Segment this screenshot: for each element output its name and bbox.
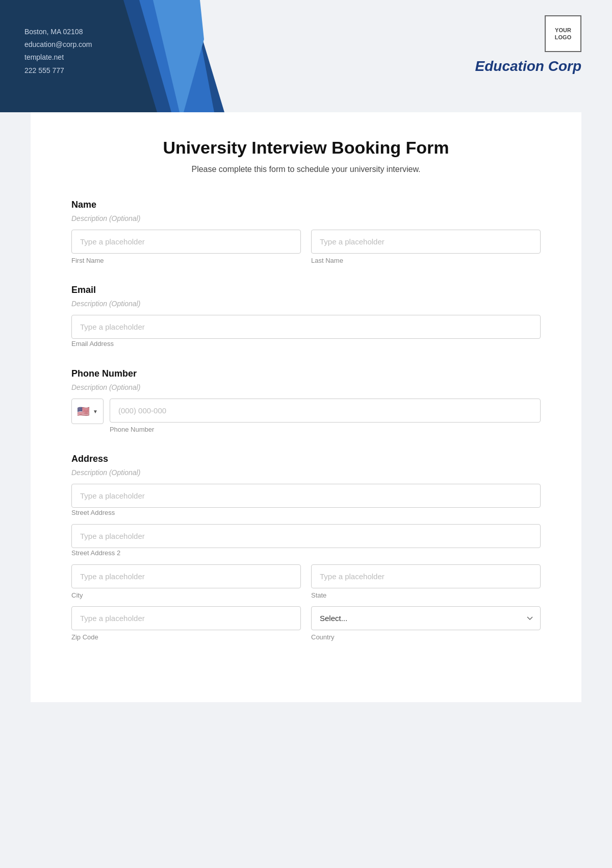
company-name: Education Corp — [475, 58, 581, 75]
address-field-group: Address Description (Optional) Street Ad… — [71, 454, 541, 641]
address-label: Address — [71, 454, 541, 464]
city-col: City — [71, 564, 301, 599]
city-input[interactable] — [71, 564, 301, 588]
street1-input[interactable] — [71, 484, 541, 508]
email-input[interactable] — [71, 315, 541, 339]
street2-input[interactable] — [71, 524, 541, 548]
last-name-input[interactable] — [311, 230, 541, 254]
street2-wrap: Street Address 2 — [71, 524, 541, 557]
country-col: Select... United States Canada United Ki… — [311, 606, 541, 641]
last-name-col: Last Name — [311, 230, 541, 264]
zip-sublabel: Zip Code — [71, 633, 301, 641]
email-label: Email — [71, 285, 541, 295]
zip-col: Zip Code — [71, 606, 301, 641]
logo-box: YOUR LOGO — [545, 15, 581, 52]
name-row: First Name Last Name — [71, 230, 541, 264]
email-description: Description (Optional) — [71, 300, 541, 308]
street1-wrap: Street Address — [71, 484, 541, 517]
state-input[interactable] — [311, 564, 541, 588]
country-code-select[interactable]: 🇺🇸 ▼ — [71, 399, 104, 424]
first-name-sublabel: First Name — [71, 257, 301, 264]
email-field-group: Email Description (Optional) Email Addre… — [71, 285, 541, 348]
country-select[interactable]: Select... United States Canada United Ki… — [311, 606, 541, 630]
contact-email: education@corp.com — [24, 38, 92, 51]
first-name-input[interactable] — [71, 230, 301, 254]
phone-input[interactable] — [110, 399, 541, 423]
state-col: State — [311, 564, 541, 599]
chevron-down-icon: ▼ — [93, 409, 98, 414]
form-subtitle: Please complete this form to schedule yo… — [71, 165, 541, 174]
phone-input-wrap: Phone Number — [110, 399, 541, 433]
phone-label: Phone Number — [71, 368, 541, 379]
last-name-sublabel: Last Name — [311, 257, 541, 264]
phone-description: Description (Optional) — [71, 383, 541, 391]
header-contact: Boston, MA 02108 education@corp.com temp… — [24, 26, 92, 77]
street1-sublabel: Street Address — [71, 509, 115, 516]
name-description: Description (Optional) — [71, 214, 541, 222]
state-sublabel: State — [311, 591, 541, 599]
country-sublabel: Country — [311, 633, 541, 641]
phone-row: 🇺🇸 ▼ Phone Number — [71, 399, 541, 433]
contact-website: template.net — [24, 51, 92, 64]
flag-icon: 🇺🇸 — [77, 405, 90, 417]
header-right: YOUR LOGO Education Corp — [475, 15, 581, 75]
phone-sublabel: Phone Number — [110, 426, 541, 433]
form-title: University Interview Booking Form — [71, 138, 541, 158]
city-state-row: City State — [71, 564, 541, 599]
form-container: University Interview Booking Form Please… — [31, 112, 581, 702]
name-field-group: Name Description (Optional) First Name L… — [71, 200, 541, 264]
logo-line1: YOUR — [555, 27, 571, 34]
contact-address: Boston, MA 02108 — [24, 26, 92, 38]
logo-line2: LOGO — [555, 34, 571, 41]
street2-sublabel: Street Address 2 — [71, 549, 120, 557]
zip-country-row: Zip Code Select... United States Canada … — [71, 606, 541, 641]
page-header: Boston, MA 02108 education@corp.com temp… — [0, 0, 612, 112]
first-name-col: First Name — [71, 230, 301, 264]
name-label: Name — [71, 200, 541, 210]
email-sublabel: Email Address — [71, 340, 114, 348]
zip-input[interactable] — [71, 606, 301, 630]
contact-phone: 222 555 777 — [24, 64, 92, 77]
address-description: Description (Optional) — [71, 468, 541, 477]
city-sublabel: City — [71, 591, 301, 599]
phone-field-group: Phone Number Description (Optional) 🇺🇸 ▼… — [71, 368, 541, 433]
